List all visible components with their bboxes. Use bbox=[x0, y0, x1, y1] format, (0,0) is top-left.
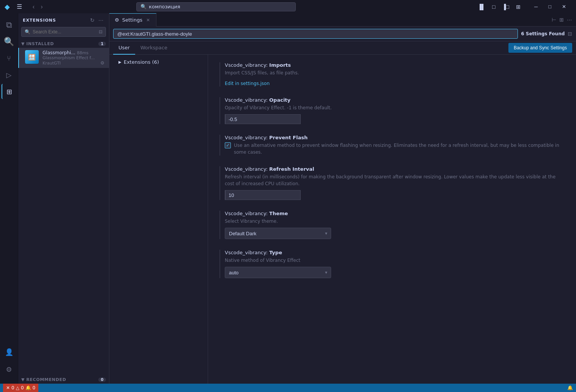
settings-tab-label: Settings bbox=[122, 17, 142, 23]
settings-search-input[interactable] bbox=[113, 29, 518, 39]
settings-count: 6 Settings Found bbox=[521, 31, 565, 36]
activity-search[interactable]: 🔍 bbox=[2, 34, 17, 49]
activity-source-control[interactable]: ⑂ bbox=[2, 50, 17, 66]
panel-layout-btn[interactable]: ⊞ bbox=[514, 3, 523, 11]
setting-refresh-interval-title: Vscode_vibrancy: Refresh Interval bbox=[225, 166, 565, 172]
forward-button[interactable]: › bbox=[38, 3, 45, 11]
titlebar: ◆ ☰ ‹ › 🔍 композиция ▐▌ □ ▐□ ⊞ ─ □ ✕ bbox=[0, 0, 576, 13]
extension-info: Glassmorphi... 88ms Glassmorphism Effect… bbox=[43, 50, 104, 66]
nav-buttons: ‹ › bbox=[30, 3, 45, 11]
main-layout: ⧉ 🔍 ⑂ ▷ ⊞ 👤 ⚙ Extensions ↻ bbox=[0, 13, 576, 384]
backup-sync-button[interactable]: Backup and Sync Settings bbox=[508, 43, 572, 53]
primary-sidebar-btn[interactable]: ▐▌ bbox=[475, 3, 488, 11]
setting-type-title: Vscode_vibrancy: Type bbox=[225, 250, 565, 255]
close-button[interactable]: ✕ bbox=[557, 0, 571, 13]
settings-tab-workspace[interactable]: Workspace bbox=[135, 41, 173, 55]
sidebar: Extensions ↻ ⋯ 🔍 ⊟ ▼ Installed 1 🪟 Glass… bbox=[18, 13, 109, 384]
setting-prevent-flash-title: Vscode_vibrancy: Prevent Flash bbox=[225, 135, 565, 140]
activity-extensions[interactable]: ⊞ bbox=[2, 84, 17, 99]
settings-filter-icon[interactable]: ⊟ bbox=[568, 31, 572, 37]
type-select[interactable]: auto acrylic mica tabbed bbox=[225, 267, 331, 278]
setting-type: Vscode_vibrancy: Type Native method of V… bbox=[219, 250, 565, 278]
activity-settings[interactable]: ⚙ bbox=[2, 362, 17, 377]
settings-content: Vscode_vibrancy: Imports Import CSS/JS f… bbox=[208, 55, 576, 384]
settings-tab[interactable]: ⚙ Settings ✕ bbox=[109, 13, 156, 27]
minimize-button[interactable]: ─ bbox=[529, 0, 543, 13]
maximize-button[interactable]: □ bbox=[543, 0, 557, 13]
opacity-input[interactable] bbox=[225, 114, 301, 124]
extension-desc: Glassmorphism Effect f... bbox=[43, 55, 104, 60]
notification-icon[interactable]: 🔔 bbox=[567, 385, 573, 390]
menu-button[interactable]: ☰ bbox=[14, 2, 24, 12]
vscode-logo: ◆ bbox=[5, 3, 10, 11]
extension-author: KrautGTI bbox=[43, 61, 61, 66]
run-icon: ▷ bbox=[6, 71, 12, 79]
settings-area: 6 Settings Found ⊟ User Workspace Backup… bbox=[109, 27, 576, 384]
edit-settings-json-link[interactable]: Edit in settings.json bbox=[225, 81, 270, 86]
secondary-sidebar-btn[interactable]: ▐□ bbox=[500, 3, 511, 11]
refresh-icon[interactable]: ↻ bbox=[89, 16, 95, 24]
title-search[interactable]: 🔍 композиция bbox=[136, 2, 296, 11]
toc-item-extensions[interactable]: ▶ Extensions (6) bbox=[109, 58, 208, 66]
extension-item-glassmorphism[interactable]: 🪟 Glassmorphi... 88ms Glassmorphism Effe… bbox=[18, 48, 109, 68]
prevent-flash-checkbox-row: Use an alternative method to prevent win… bbox=[225, 142, 565, 156]
back-button[interactable]: ‹ bbox=[30, 3, 37, 11]
settings-tab-icon: ⚙ bbox=[115, 17, 119, 23]
warnings-count: 0 bbox=[21, 385, 24, 390]
toc-label: Extensions (6) bbox=[124, 59, 159, 65]
account-icon: 👤 bbox=[5, 348, 13, 356]
setting-theme: Vscode_vibrancy: Theme Select Vibrancy t… bbox=[219, 211, 565, 239]
setting-opacity-desc: Opacity of Vibrancy Effect. -1 is theme … bbox=[225, 104, 565, 111]
setting-theme-title: Vscode_vibrancy: Theme bbox=[225, 211, 565, 216]
warnings-icon: △ bbox=[16, 385, 19, 390]
setting-prevent-flash: Vscode_vibrancy: Prevent Flash Use an al… bbox=[219, 135, 565, 156]
tab-bar: ⚙ Settings ✕ ⊢ ⊞ ⋯ bbox=[109, 13, 576, 27]
setting-refresh-interval: Vscode_vibrancy: Refresh Interval Refres… bbox=[219, 166, 565, 200]
split-editor-icon[interactable]: ⊞ bbox=[559, 17, 564, 23]
tab-bar-right-actions: ⊢ ⊞ ⋯ bbox=[548, 17, 576, 23]
settings-gear-icon: ⚙ bbox=[6, 365, 12, 373]
settings-search-bar: 6 Settings Found ⊟ bbox=[109, 27, 576, 41]
more-actions-icon[interactable]: ⋯ bbox=[567, 17, 572, 23]
theme-select[interactable]: Default Dark Light Acrylic Blur bbox=[225, 228, 331, 239]
prevent-flash-checkbox[interactable] bbox=[225, 142, 231, 148]
sidebar-search-input[interactable] bbox=[33, 29, 96, 35]
extension-time: 88ms bbox=[77, 50, 88, 55]
refresh-interval-input[interactable] bbox=[225, 190, 301, 200]
setting-imports-desc: Import CSS/JS files, as file paths. bbox=[225, 69, 565, 76]
setting-refresh-interval-desc: Refresh interval (in milliseconds) for m… bbox=[225, 173, 565, 187]
theme-select-wrapper: Default Dark Light Acrylic Blur bbox=[225, 228, 331, 239]
info-icon: 🔔 bbox=[25, 385, 31, 390]
settings-tab-user[interactable]: User bbox=[113, 41, 135, 55]
recommended-section-header[interactable]: ▼ Recommended 0 bbox=[18, 376, 109, 384]
title-search-text: композиция bbox=[149, 4, 180, 9]
open-to-side-icon[interactable]: ⊢ bbox=[552, 17, 556, 23]
filter-icon[interactable]: ⊟ bbox=[99, 29, 103, 35]
activity-explorer[interactable]: ⧉ bbox=[2, 17, 17, 32]
explorer-icon: ⧉ bbox=[6, 20, 12, 30]
installed-label: Installed bbox=[26, 41, 54, 46]
tab-close-button[interactable]: ✕ bbox=[145, 17, 151, 24]
more-icon[interactable]: ⋯ bbox=[98, 16, 104, 24]
setting-imports-title: Vscode_vibrancy: Imports bbox=[225, 62, 565, 68]
activity-account[interactable]: 👤 bbox=[2, 344, 17, 359]
settings-body: ▶ Extensions (6) Vscode_vibrancy: Import… bbox=[109, 55, 576, 384]
extension-settings-icon[interactable]: ⚙ bbox=[100, 60, 104, 66]
status-error-section[interactable]: ✕ 0 △ 0 🔔 0 bbox=[3, 384, 38, 392]
setting-theme-desc: Select Vibrancy theme. bbox=[225, 218, 565, 225]
editor-layout-btn[interactable]: □ bbox=[490, 3, 497, 11]
layout-icons: ▐▌ □ ▐□ ⊞ bbox=[475, 3, 523, 11]
setting-opacity-title: Vscode_vibrancy: Opacity bbox=[225, 97, 565, 103]
status-left: ✕ 0 △ 0 🔔 0 bbox=[3, 384, 38, 392]
sidebar-header: Extensions ↻ ⋯ bbox=[18, 13, 109, 27]
installed-section-header[interactable]: ▼ Installed 1 bbox=[18, 40, 109, 48]
type-select-wrapper: auto acrylic mica tabbed bbox=[225, 267, 331, 278]
search-icon: 🔍 bbox=[4, 37, 14, 46]
installed-chevron: ▼ bbox=[21, 41, 25, 46]
activity-run-debug[interactable]: ▷ bbox=[2, 67, 17, 82]
error-icon: ✕ bbox=[6, 385, 10, 390]
recommended-chevron: ▼ bbox=[21, 377, 25, 382]
sidebar-search-box[interactable]: 🔍 ⊟ bbox=[21, 27, 106, 37]
settings-toc: ▶ Extensions (6) bbox=[109, 55, 208, 384]
info-count: 0 bbox=[33, 385, 36, 390]
